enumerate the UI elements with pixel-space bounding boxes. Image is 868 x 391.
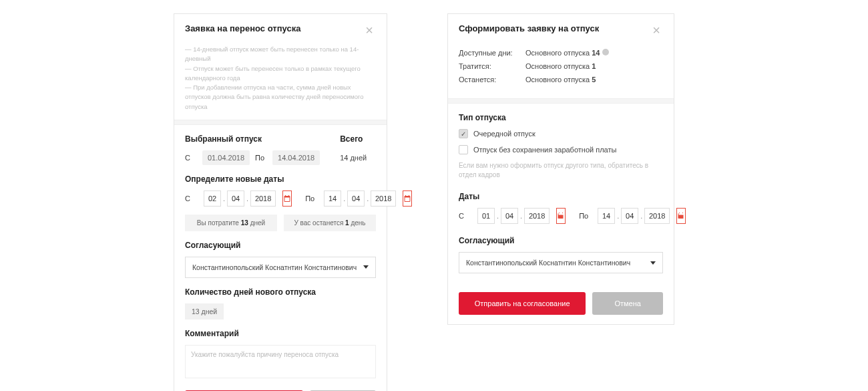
vacation-request-card: Сформировать заявку на отпуск × Доступны… — [447, 13, 674, 325]
dot: . — [497, 212, 499, 220]
available-days-row: Доступные дни: Основного отпуска 14 — [459, 49, 663, 57]
checkbox-icon — [459, 129, 468, 138]
approver-name: Константинопольский Коснатнтин Константи… — [192, 263, 357, 271]
dot: . — [246, 194, 248, 203]
to-year-input[interactable] — [644, 208, 670, 224]
to-date-input: . . — [324, 190, 396, 207]
spend-days-row: Тратится: Основного отпуска 1 — [459, 62, 663, 70]
approver-section: Согласующий Константинопольский Коснатнт… — [448, 233, 674, 283]
spend-chip: Вы потратите 13 дней — [185, 215, 277, 231]
days-count-value: 13 дней — [185, 303, 224, 319]
close-icon[interactable]: × — [650, 23, 663, 37]
from-year-input[interactable] — [524, 208, 550, 224]
approver-select[interactable]: Константинопольский Коснатнтин Константи… — [459, 252, 663, 273]
dot: . — [223, 194, 225, 203]
dot: . — [520, 212, 522, 220]
calendar-icon[interactable] — [676, 208, 686, 224]
approver-name: Константинопольский Коснатнтин Константи… — [466, 259, 630, 267]
selected-vacation-section: Выбранный отпуск С 01.04.2018 По 14.04.2… — [174, 125, 387, 174]
cancel-button[interactable]: Отмена — [592, 292, 663, 315]
remain-days-row: Останется: Основного отпуска 5 — [459, 76, 663, 84]
remain-chip: У вас останется 1 день — [284, 215, 376, 231]
new-dates-section: Определите новые даты С . . По . . — [174, 174, 387, 241]
note-line: 14-дневный отпуск может быть перенесен т… — [185, 45, 376, 64]
to-year-input[interactable] — [371, 190, 396, 207]
dot: . — [640, 212, 642, 220]
to-label: По — [255, 154, 267, 162]
selected-label: Выбранный отпуск — [185, 134, 320, 144]
comment-label: Комментарий — [185, 329, 376, 338]
option-label: Отпуск без сохранения заработной платы — [473, 146, 616, 154]
dates-label: Даты — [459, 192, 663, 201]
info-icon[interactable] — [602, 49, 609, 55]
approver-label: Согласующий — [459, 236, 663, 245]
from-label: С — [185, 154, 197, 162]
chevron-down-icon — [363, 265, 369, 269]
vacation-transfer-card: Заявка на перенос отпуска × 14-дневный о… — [174, 13, 387, 391]
calendar-icon[interactable] — [282, 190, 292, 207]
notes: 14-дневный отпуск может быть перенесен т… — [174, 45, 387, 120]
card-title: Сформировать заявку на отпуск — [459, 23, 599, 33]
divider — [174, 120, 387, 125]
dates-section: Даты С . . По . . — [448, 189, 674, 233]
days-count-label: Количество дней нового отпуска — [185, 287, 376, 297]
info-section: Доступные дни: Основного отпуска 14 Трат… — [448, 45, 674, 98]
comment-textarea[interactable]: Укажите пожалуйста причину переноса отпу… — [185, 345, 376, 378]
dot: . — [343, 194, 345, 203]
chevron-down-icon — [650, 261, 656, 265]
from-label: С — [459, 212, 471, 220]
dot: . — [617, 212, 619, 220]
from-month-input[interactable] — [501, 208, 518, 224]
from-date-input: . . — [204, 190, 276, 207]
calendar-icon[interactable] — [403, 190, 412, 207]
to-date-input: . . — [598, 208, 670, 224]
days-count-section: Количество дней нового отпуска 13 дней — [174, 287, 387, 329]
approver-section: Согласующий Константинопольский Коснатнт… — [174, 241, 387, 287]
approver-label: Согласующий — [185, 241, 376, 250]
type-helper-text: Если вам нужно оформить отпуск другого т… — [459, 161, 663, 180]
to-label: По — [305, 194, 317, 203]
comment-section: Комментарий Укажите пожалуйста причину п… — [174, 329, 387, 388]
to-label: По — [579, 212, 591, 220]
submit-button[interactable]: Отправить на согласование — [459, 292, 586, 315]
type-option-regular[interactable]: Очередной отпуск — [459, 129, 663, 138]
to-day-input[interactable] — [324, 190, 341, 207]
option-label: Очередной отпуск — [473, 130, 535, 138]
note-line: При добавлении отпуска на части, сумма д… — [185, 83, 376, 112]
from-label: С — [185, 194, 197, 203]
from-day-input[interactable] — [204, 190, 221, 207]
approver-select[interactable]: Константинопольский Коснатнтин Константи… — [185, 257, 376, 278]
close-icon[interactable]: × — [363, 23, 376, 37]
divider — [448, 98, 674, 104]
buttons-section: Отправить на согласование Отмена — [174, 388, 387, 391]
total-value: 14 дней — [340, 150, 376, 162]
to-month-input[interactable] — [347, 190, 365, 207]
type-label: Тип отпуска — [459, 113, 663, 122]
calendar-icon[interactable] — [556, 208, 566, 224]
total-label: Всего — [340, 134, 376, 144]
to-month-input[interactable] — [621, 208, 638, 224]
dot: . — [367, 194, 369, 203]
from-date-input: . . — [477, 208, 550, 224]
type-option-unpaid[interactable]: Отпуск без сохранения заработной платы — [459, 145, 663, 154]
new-dates-label: Определите новые даты — [185, 174, 376, 184]
note-line: Отпуск может быть перенесен только в рам… — [185, 64, 376, 84]
to-day-input[interactable] — [598, 208, 615, 224]
card-header: Сформировать заявку на отпуск × — [448, 14, 674, 45]
buttons-section: Отправить на согласование Отмена — [448, 283, 674, 324]
from-month-input[interactable] — [227, 190, 244, 207]
from-year-input[interactable] — [250, 190, 276, 207]
from-day-input[interactable] — [477, 208, 495, 224]
checkbox-icon — [459, 145, 468, 154]
type-section: Тип отпуска Очередной отпуск Отпуск без … — [448, 104, 674, 189]
card-title: Заявка на перенос отпуска — [185, 23, 300, 33]
to-date: 14.04.2018 — [272, 150, 320, 165]
card-header: Заявка на перенос отпуска × — [174, 14, 387, 45]
from-date: 01.04.2018 — [202, 150, 250, 165]
stat-row: Вы потратите 13 дней У вас останется 1 д… — [185, 215, 376, 231]
